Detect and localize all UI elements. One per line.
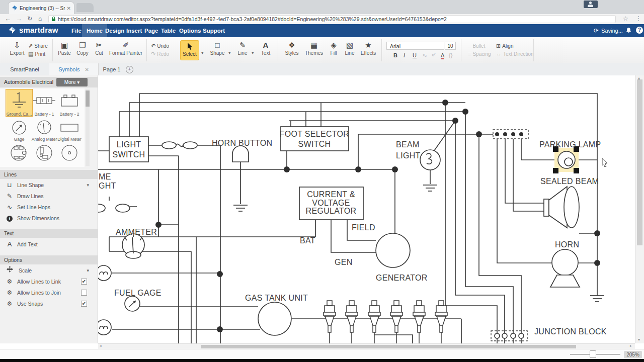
scroll-left-icon[interactable]: ◂ (100, 344, 102, 348)
notifications-bell-icon[interactable] (625, 27, 632, 36)
tab-symbols[interactable]: Symbols✕ (49, 63, 99, 75)
fill-button[interactable]: ◈Fill (326, 40, 341, 56)
horn-button-symbol[interactable] (232, 146, 249, 162)
subscript-button[interactable]: x₂ (423, 52, 427, 57)
horn-symbol[interactable] (550, 249, 580, 287)
font-color-button[interactable]: A (441, 52, 444, 59)
symbol-grid-scrollbar[interactable] (86, 89, 90, 166)
symbol-analog-meter[interactable] (31, 118, 57, 138)
new-tab-button[interactable] (76, 3, 94, 12)
panel-item-draw-lines[interactable]: ✎Draw Lines (0, 191, 98, 201)
help-icon[interactable]: ? (636, 27, 643, 34)
symbol-battery-2[interactable] (56, 90, 83, 111)
gas-tank-symbol[interactable] (258, 302, 291, 335)
font-family-input[interactable]: Arial (386, 42, 444, 50)
share-button[interactable]: ⇗Share (28, 42, 48, 49)
allow-join-checkbox[interactable] (81, 290, 87, 296)
wiring-diagram[interactable]: LIGHT SWITCH FOOT SELECTOR SWITCH CURREN… (98, 75, 635, 343)
back-icon[interactable]: ← (5, 15, 11, 22)
spacing-button[interactable]: ≡Spacing (468, 50, 491, 57)
lamp-symbol[interactable] (98, 320, 111, 335)
add-page-icon[interactable]: + (126, 66, 133, 73)
home-icon[interactable]: ⌂ (38, 15, 42, 22)
panel-item-use-snaps[interactable]: ⚙Use Snaps✔ (0, 299, 98, 309)
copy-button[interactable]: ❐Copy (73, 40, 92, 56)
use-snaps-checkbox[interactable]: ✔ (81, 301, 87, 307)
symbol-connector-2[interactable] (31, 143, 57, 163)
shape-tool-button[interactable]: □Shape (207, 40, 227, 56)
horizontal-scroll-thumb[interactable] (201, 345, 576, 348)
ammeter-symbol[interactable] (122, 234, 144, 258)
panel-item-add-text[interactable]: AAdd Text (0, 239, 98, 249)
tab-symbols-close-icon[interactable]: ✕ (85, 67, 89, 72)
font-size-input[interactable]: 10 (445, 42, 456, 50)
line-shape-caret[interactable]: ▾ (87, 180, 89, 190)
profile-icon[interactable] (584, 1, 598, 8)
themes-button[interactable]: ▦Themes (303, 40, 325, 56)
bold-button[interactable]: B (393, 52, 397, 58)
tab-page1[interactable]: Page 1 (99, 63, 125, 75)
panel-item-show-dimensions[interactable]: iShow Dimensions (0, 213, 98, 223)
symbol-digital-meter[interactable] (56, 118, 83, 138)
lamp-symbol[interactable] (98, 265, 111, 281)
junction-strip[interactable] (493, 130, 528, 139)
italic-button[interactable]: I (404, 52, 405, 58)
undo-button[interactable]: ↶Undo (151, 42, 169, 49)
scroll-right-icon[interactable]: ▸ (630, 344, 632, 348)
cut-button[interactable]: ✂Cut (92, 40, 107, 56)
refresh-icon[interactable]: ↻ (27, 15, 32, 22)
browser-tab[interactable]: Engineering (3) -- Smart ✕ (8, 2, 74, 14)
junction-block[interactable] (491, 331, 527, 341)
bookmark-star-icon[interactable]: ☆ (623, 15, 628, 22)
line-tool-button[interactable]: ✎Line (234, 40, 251, 56)
symbol-connector-3[interactable] (56, 143, 83, 163)
print-button[interactable]: ▤Print (28, 50, 45, 57)
vertical-scroll-thumb[interactable] (637, 79, 642, 245)
parking-lamp-symbol-selected[interactable] (553, 146, 579, 173)
text-tool-button[interactable]: AText (258, 40, 274, 56)
symbol-battery-1[interactable] (31, 90, 57, 111)
panel-item-allow-join[interactable]: ⚙Allow Lines to Join (0, 288, 98, 298)
forward-icon[interactable]: → (16, 15, 22, 22)
allow-link-checkbox[interactable]: ✔ (81, 279, 87, 285)
line-style-button[interactable]: ▧Line (342, 40, 357, 56)
insert-symbol-button[interactable]: {} (449, 52, 452, 58)
sealed-beam-symbol[interactable] (544, 187, 579, 228)
styles-button[interactable]: ❖Styles (282, 40, 302, 56)
align-button[interactable]: ⊞Align (496, 42, 513, 49)
address-input[interactable]: https://cloud.smartdraw.com/editor.aspx?… (48, 15, 616, 23)
effects-button[interactable]: ★Effects (358, 40, 378, 56)
line-dropdown-caret[interactable]: ▾ (252, 50, 254, 55)
generator-symbol[interactable] (376, 233, 410, 267)
panel-item-line-shape[interactable]: ⊔Line Shape▾ (0, 180, 98, 190)
zoom-slider-thumb[interactable] (590, 350, 596, 358)
symbol-connector-1[interactable] (6, 143, 32, 163)
superscript-button[interactable]: x² (432, 52, 436, 57)
fuel-gage-symbol[interactable] (125, 296, 140, 311)
panel-item-set-line-hops[interactable]: ∿Set Line Hops (0, 202, 98, 212)
drawing-canvas[interactable]: LIGHT SWITCH FOOT SELECTOR SWITCH CURREN… (98, 75, 635, 343)
more-button[interactable]: More ▾ (56, 78, 88, 86)
bullet-button[interactable]: ≡Bullet (468, 42, 485, 49)
symbol-ground[interactable] (6, 90, 32, 111)
panel-item-allow-link[interactable]: ⚙Allow Lines to Link✔ (0, 277, 98, 287)
menu-support[interactable]: Support (198, 24, 229, 37)
panel-item-scale[interactable]: Scale▾ (0, 265, 98, 276)
format-painter-button[interactable]: ✐Format Painter (107, 40, 145, 56)
spark-connectors[interactable] (324, 301, 447, 343)
browser-menu-icon[interactable]: ⋮ (635, 15, 641, 22)
scale-caret[interactable]: ▾ (87, 265, 89, 276)
select-dropdown-caret[interactable]: ▾ (201, 50, 204, 55)
tab-close-icon[interactable]: ✕ (67, 6, 71, 11)
tab-smartpanel[interactable]: SmartPanel (0, 63, 50, 75)
paste-button[interactable]: ▣Paste (55, 40, 73, 56)
beam-light-symbol[interactable] (420, 150, 440, 170)
export-button[interactable]: ⇩Export (6, 40, 28, 56)
text-direction-button[interactable]: ↔Text Direction (496, 50, 534, 57)
horizontal-scrollbar[interactable]: ◂ ▸ (98, 343, 635, 349)
symbol-gage[interactable] (6, 118, 32, 138)
vertical-scrollbar[interactable]: ▴ ▾ (635, 75, 644, 343)
underline-button[interactable]: U (413, 52, 417, 58)
redo-button[interactable]: ↷Redo (151, 50, 169, 57)
select-tool-button[interactable]: Select (180, 40, 199, 60)
